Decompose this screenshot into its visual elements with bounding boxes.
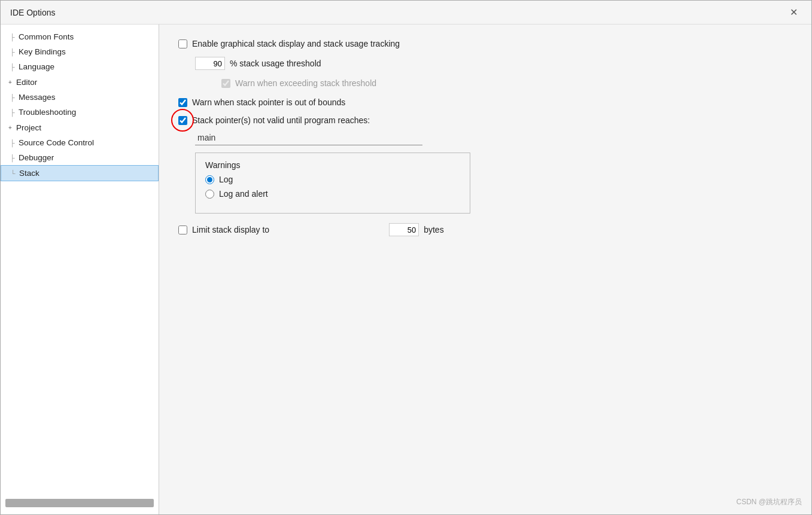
warn-out-of-bounds-label: Warn when stack pointer is out of bounds xyxy=(192,97,345,107)
limit-stack-unit-label: bytes xyxy=(424,225,443,234)
radio-log-alert-row: Log and alert xyxy=(205,189,460,199)
enable-graphical-stack-checkbox[interactable] xyxy=(178,39,187,48)
warn-out-of-bounds-row: Warn when stack pointer is out of bounds xyxy=(178,97,792,107)
sidebar: ├ Common Fonts ├ Key Bindings ├ Language… xyxy=(1,25,159,514)
radio-log-alert[interactable] xyxy=(205,190,214,199)
sidebar-item-editor[interactable]: + Editor xyxy=(1,74,159,90)
main-content: Enable graphical stack display and stack… xyxy=(159,25,811,514)
tree-line-icon: ├ xyxy=(10,139,16,147)
ide-options-dialog: IDE Options ✕ ├ Common Fonts ├ Key Bindi… xyxy=(0,0,812,515)
close-button[interactable]: ✕ xyxy=(785,4,802,21)
warnings-group: Warnings Log Log and alert xyxy=(195,153,470,214)
main-function-input[interactable] xyxy=(195,130,422,145)
sidebar-item-common-fonts[interactable]: ├ Common Fonts xyxy=(1,29,159,44)
radio-log-alert-label: Log and alert xyxy=(219,189,268,199)
sidebar-item-label: Key Bindings xyxy=(19,47,66,56)
sidebar-item-label: Messages xyxy=(19,93,56,102)
expand-icon: + xyxy=(5,77,15,87)
sidebar-item-troubleshooting[interactable]: ├ Troubleshooting xyxy=(1,105,159,120)
sidebar-scrollbar[interactable] xyxy=(5,499,154,507)
limit-stack-value-input[interactable] xyxy=(389,223,419,236)
tree-line-icon: ├ xyxy=(10,109,16,116)
radio-log[interactable] xyxy=(205,175,214,184)
tree-line-icon: ├ xyxy=(10,48,16,56)
sidebar-item-label: Debugger xyxy=(19,153,54,162)
sidebar-item-stack[interactable]: └ Stack xyxy=(1,165,159,181)
stack-pointer-not-valid-checkbox[interactable] xyxy=(178,116,187,125)
sidebar-item-language[interactable]: ├ Language xyxy=(1,59,159,74)
title-bar: IDE Options ✕ xyxy=(1,1,811,25)
stack-threshold-input[interactable] xyxy=(195,57,225,70)
sidebar-item-label: Editor xyxy=(16,78,37,87)
dialog-title: IDE Options xyxy=(10,8,55,17)
sidebar-item-label: Common Fonts xyxy=(19,32,74,41)
sidebar-item-label: Language xyxy=(19,62,54,71)
tree-line-icon: ├ xyxy=(10,33,16,41)
radio-log-row: Log xyxy=(205,175,460,184)
tree-line-icon: ├ xyxy=(10,63,16,71)
sidebar-item-source-code-control[interactable]: ├ Source Code Control xyxy=(1,135,159,150)
sidebar-item-key-bindings[interactable]: ├ Key Bindings xyxy=(1,44,159,59)
warn-out-of-bounds-checkbox[interactable] xyxy=(178,98,187,107)
sidebar-item-messages[interactable]: ├ Messages xyxy=(1,90,159,105)
enable-graphical-stack-row: Enable graphical stack display and stack… xyxy=(178,39,792,48)
sidebar-item-debugger[interactable]: ├ Debugger xyxy=(1,150,159,165)
dialog-body: ├ Common Fonts ├ Key Bindings ├ Language… xyxy=(1,25,811,514)
stack-threshold-label: % stack usage threshold xyxy=(230,59,321,68)
warn-exceeding-checkbox[interactable] xyxy=(221,79,230,88)
tree-line-icon: ├ xyxy=(10,94,16,101)
tree-line-icon: ├ xyxy=(10,154,16,161)
sidebar-item-label: Source Code Control xyxy=(19,138,94,147)
sidebar-item-label: Project xyxy=(16,123,41,132)
limit-stack-checkbox[interactable] xyxy=(178,225,187,234)
main-input-row xyxy=(195,130,792,145)
sidebar-item-project[interactable]: + Project xyxy=(1,120,159,135)
limit-stack-row: Limit stack display to bytes xyxy=(178,223,792,236)
warn-exceeding-row: Warn when exceeding stack threshold xyxy=(221,78,792,88)
stack-threshold-row: % stack usage threshold xyxy=(195,57,792,70)
enable-graphical-stack-label: Enable graphical stack display and stack… xyxy=(192,39,400,48)
limit-stack-label: Limit stack display to xyxy=(192,225,269,234)
tree-line-icon: └ xyxy=(11,170,17,177)
sidebar-items: ├ Common Fonts ├ Key Bindings ├ Language… xyxy=(1,29,159,496)
sidebar-item-label: Troubleshooting xyxy=(19,108,76,117)
watermark: CSDN @跳坑程序员 xyxy=(736,497,802,507)
sidebar-item-label: Stack xyxy=(19,169,39,178)
red-circle-wrapper xyxy=(178,116,192,125)
expand-icon: + xyxy=(5,123,15,132)
warnings-legend-label: Warnings xyxy=(205,160,460,170)
stack-pointer-not-valid-row: Stack pointer(s) not valid until program… xyxy=(178,115,792,125)
stack-pointer-not-valid-label: Stack pointer(s) not valid until program… xyxy=(192,115,370,125)
warn-exceeding-label: Warn when exceeding stack threshold xyxy=(235,78,376,88)
radio-log-label: Log xyxy=(219,175,233,184)
